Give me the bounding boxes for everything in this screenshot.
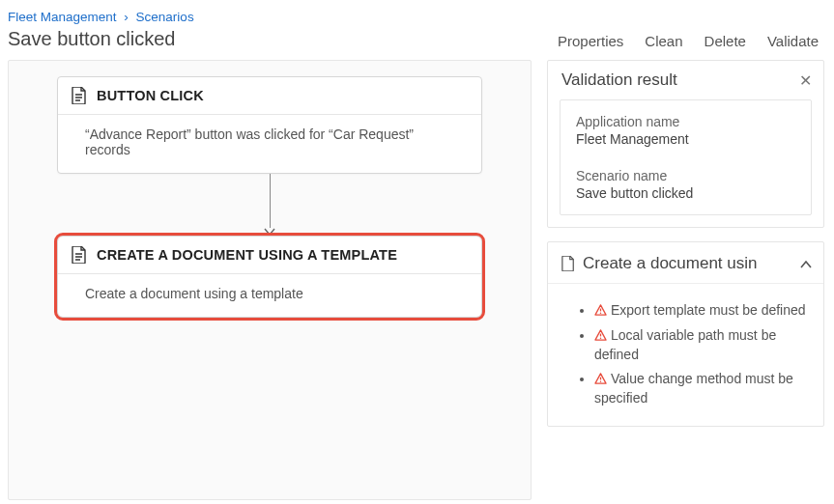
issue-text: Export template must be defined xyxy=(611,302,806,318)
header-actions: Properties Clean Delete Validate xyxy=(558,33,819,49)
side-panel: Validation result ✕ Application name Fle… xyxy=(547,60,824,500)
document-icon xyxy=(72,87,87,104)
connector-arrow xyxy=(9,174,531,236)
validation-panel-header: Validation result ✕ xyxy=(548,61,823,99)
warning-icon xyxy=(594,327,607,346)
properties-button[interactable]: Properties xyxy=(558,33,623,49)
svg-point-1 xyxy=(600,312,601,313)
validate-button[interactable]: Validate xyxy=(767,33,819,49)
issues-list: Export template must be defined Local va… xyxy=(548,284,823,426)
topbar: Fleet Management › Scenarios Save button… xyxy=(0,0,834,50)
main-area: BUTTON CLICK “Advance Report” button was… xyxy=(0,50,834,500)
issues-accordion-head[interactable]: Create a document usin xyxy=(548,242,823,284)
scenario-canvas[interactable]: BUTTON CLICK “Advance Report” button was… xyxy=(8,60,532,500)
page-title: Save button clicked xyxy=(8,28,194,50)
document-icon xyxy=(561,256,575,271)
svg-point-5 xyxy=(600,380,601,381)
document-icon xyxy=(72,246,87,264)
validation-panel: Validation result ✕ Application name Fle… xyxy=(547,60,824,228)
node-title: BUTTON CLICK xyxy=(97,88,204,103)
issue-item: Export template must be defined xyxy=(594,301,810,321)
app-name-value: Fleet Management xyxy=(576,131,795,147)
validation-header-title: Validation result xyxy=(561,70,677,90)
warning-icon xyxy=(594,371,607,389)
breadcrumb: Fleet Management › Scenarios xyxy=(8,6,194,26)
close-icon[interactable]: ✕ xyxy=(799,71,812,90)
node-button-click[interactable]: BUTTON CLICK “Advance Report” button was… xyxy=(57,76,482,174)
node-header: BUTTON CLICK xyxy=(58,77,481,115)
issue-text: Local variable path must be defined xyxy=(594,327,776,362)
clean-button[interactable]: Clean xyxy=(645,33,682,49)
issues-section-title: Create a document usin xyxy=(583,254,758,273)
issue-item: Value change method must be specified xyxy=(594,370,810,407)
node-title: CREATE A DOCUMENT USING A TEMPLATE xyxy=(97,247,397,263)
chevron-up-icon xyxy=(800,256,812,271)
validation-issues-panel: Create a document usin Export template m… xyxy=(547,241,824,427)
breadcrumb-segment-fleet[interactable]: Fleet Management xyxy=(8,10,117,24)
app-name-label: Application name xyxy=(576,114,795,129)
header-left: Fleet Management › Scenarios Save button… xyxy=(8,6,194,50)
breadcrumb-separator: › xyxy=(124,10,129,24)
node-create-document[interactable]: CREATE A DOCUMENT USING A TEMPLATE Creat… xyxy=(57,236,482,318)
warning-icon xyxy=(594,302,607,321)
scenario-name-value: Save button clicked xyxy=(576,185,795,201)
node-body: “Advance Report” button was clicked for … xyxy=(58,115,481,173)
node-header: CREATE A DOCUMENT USING A TEMPLATE xyxy=(58,237,481,274)
scenario-name-label: Scenario name xyxy=(576,168,795,183)
issue-item: Local variable path must be defined xyxy=(594,326,810,364)
issue-text: Value change method must be specified xyxy=(594,371,793,406)
node-body: Create a document using a template xyxy=(58,274,481,317)
validation-summary-block: Application name Fleet Management Scenar… xyxy=(560,99,812,215)
breadcrumb-segment-scenarios[interactable]: Scenarios xyxy=(136,10,194,24)
svg-point-3 xyxy=(600,337,601,338)
delete-button[interactable]: Delete xyxy=(705,33,746,49)
